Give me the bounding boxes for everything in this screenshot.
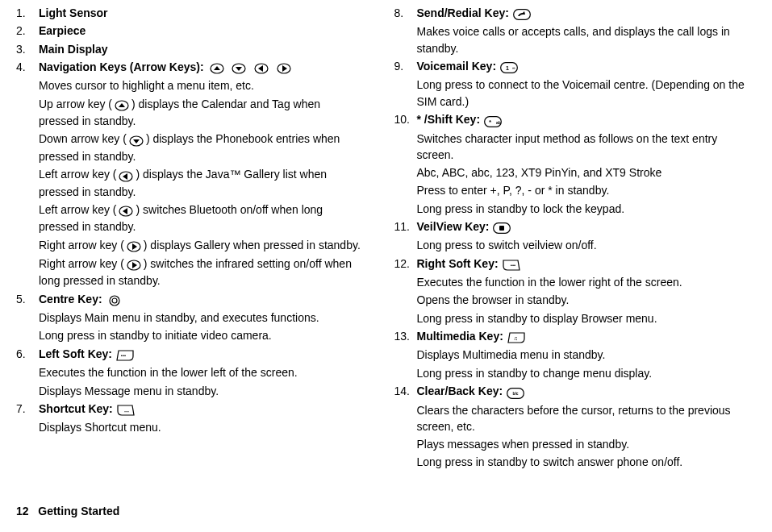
- description-line: Executes the function in the lower left …: [39, 364, 364, 380]
- item-body: Clear/Back Key: b/c Clears the character…: [417, 383, 757, 472]
- item-title: * /Shift Key: *ab: [417, 111, 757, 128]
- item-number: 11.: [394, 218, 417, 256]
- item-body: VeilView Key: Long press to switch veilv…: [417, 218, 757, 256]
- page-content: 1. Light Sensor 2. Earpiece 3. Main Disp…: [0, 0, 772, 500]
- list-item: 7. Shortcut Key: ⋯ Displays Shortcut men…: [16, 401, 364, 438]
- column-right: 8. Send/Redial Key: Makes voice calls or…: [386, 5, 757, 500]
- nav-down-icon: [127, 132, 145, 148]
- item-title: Light Sensor: [39, 5, 364, 21]
- veilview-key-icon: [493, 219, 511, 235]
- list-item: 5. Centre Key: Displays Main menu in sta…: [16, 291, 364, 346]
- text-fragment: Right arrow key (: [39, 257, 124, 270]
- item-number: 1.: [16, 5, 39, 23]
- item-number: 12.: [394, 256, 417, 328]
- item-title: Voicemail Key: 1∞: [417, 58, 757, 75]
- item-number: 14.: [394, 383, 417, 472]
- nav-down-icon: [230, 60, 248, 76]
- item-number: 9.: [394, 58, 417, 111]
- item-title: Shortcut Key: ⋯: [39, 401, 364, 418]
- item-number: 3.: [16, 41, 39, 59]
- list-item: 8. Send/Redial Key: Makes voice calls or…: [394, 5, 757, 58]
- description-line: Displays Multimedia menu in standby.: [417, 347, 757, 363]
- item-body: Send/Redial Key: Makes voice calls or ac…: [417, 5, 757, 58]
- item-number: 8.: [394, 5, 417, 58]
- text-fragment: Right arrow key (: [39, 239, 124, 251]
- svg-text:⋯: ⋯: [124, 409, 129, 414]
- list-item: 11. VeilView Key: Long press to switch v…: [394, 218, 757, 256]
- description-line: Long press to connect to the Voicemail c…: [417, 77, 757, 110]
- item-body: Shortcut Key: ⋯ Displays Shortcut menu.: [39, 401, 364, 438]
- description-line: Long press in standby to switch answer p…: [417, 454, 757, 470]
- description-line: Long press in standby to lock the keypad…: [417, 201, 757, 217]
- list-item: 3. Main Display: [16, 41, 364, 59]
- text-fragment: Down arrow key (: [39, 132, 127, 145]
- nav-right-icon: [275, 60, 293, 76]
- svg-text:ab: ab: [496, 120, 501, 125]
- svg-rect-22: [499, 226, 504, 231]
- item-number: 5.: [16, 291, 39, 346]
- nav-left-icon: [117, 202, 135, 218]
- centre-key-icon: [106, 292, 123, 308]
- item-title: Clear/Back Key: b/c: [417, 383, 757, 400]
- page-number: 12: [16, 505, 29, 517]
- text-fragment: ) displays Gallery when pressed in stand…: [144, 239, 361, 251]
- item-title: Centre Key:: [39, 291, 364, 308]
- description-line: Down arrow key () displays the Phonebook…: [39, 131, 364, 164]
- nav-up-icon: [113, 97, 131, 113]
- description-line: Long press in standby to initiate video …: [39, 327, 364, 343]
- description-line: Displays Message menu in standby.: [39, 383, 364, 399]
- description-line: Plays messages when pressed in standby.: [417, 436, 757, 452]
- description-line: Up arrow key () displays the Calendar an…: [39, 96, 364, 130]
- nav-up-icon: [208, 60, 226, 76]
- svg-text:b/c: b/c: [512, 391, 518, 396]
- shift-key-icon: *ab: [484, 112, 502, 128]
- item-title: Left Soft Key: •••: [39, 346, 364, 363]
- text-fragment: Left arrow key (: [39, 168, 116, 181]
- item-body: Left Soft Key: ••• Executes the function…: [39, 346, 364, 401]
- description-line: Right arrow key () displays Gallery when…: [39, 237, 364, 254]
- item-body: Light Sensor: [39, 5, 364, 23]
- list-item: 14. Clear/Back Key: b/c Clears the chara…: [394, 383, 757, 472]
- item-body: Right Soft Key: ••• Executes the functio…: [417, 256, 757, 328]
- item-body: Navigation Keys (Arrow Keys): Moves curs…: [39, 59, 364, 291]
- text-fragment: Left arrow key (: [39, 203, 116, 216]
- list-item: 2. Earpiece: [16, 23, 364, 40]
- svg-text:•••: •••: [121, 353, 126, 358]
- description-line: Long press in standby to change menu dis…: [417, 365, 757, 381]
- svg-text:♫: ♫: [513, 335, 517, 341]
- list-item: 4. Navigation Keys (Arrow Keys): Moves c…: [16, 59, 364, 291]
- right-soft-key-icon: •••: [503, 256, 520, 272]
- item-title: Multimedia Key: ♫: [417, 328, 757, 345]
- list-item: 13. Multimedia Key: ♫ Displays Multimedi…: [394, 328, 757, 383]
- item-title: Main Display: [39, 41, 364, 57]
- description-line: Makes voice calls or accepts calls, and …: [417, 23, 757, 56]
- item-number: 2.: [16, 23, 39, 40]
- text-fragment: Up arrow key (: [39, 98, 112, 110]
- description-line: Press to enter +, P, ?, - or * in standb…: [417, 182, 757, 198]
- left-soft-key-icon: •••: [116, 347, 134, 363]
- shortcut-key-icon: ⋯: [117, 401, 135, 418]
- item-title: VeilView Key:: [417, 218, 757, 235]
- item-title: Earpiece: [39, 23, 364, 39]
- list-item: 6. Left Soft Key: ••• Executes the funct…: [16, 346, 364, 401]
- item-number: 10.: [394, 111, 417, 218]
- multimedia-key-icon: ♫: [507, 329, 525, 345]
- item-body: Centre Key: Displays Main menu in standb…: [39, 291, 364, 346]
- item-title: Send/Redial Key:: [417, 5, 757, 22]
- item-number: 7.: [16, 401, 39, 438]
- item-number: 13.: [394, 328, 417, 383]
- item-title: Right Soft Key: •••: [417, 256, 757, 272]
- list-item: 10. * /Shift Key: *ab Switches character…: [394, 111, 757, 218]
- svg-text:•••: •••: [510, 263, 515, 268]
- voicemail-key-icon: 1∞: [500, 59, 518, 75]
- send-key-icon: [513, 6, 531, 22]
- list-item: 1. Light Sensor: [16, 5, 364, 23]
- item-body: Voicemail Key: 1∞ Long press to connect …: [417, 58, 757, 111]
- item-number: 6.: [16, 346, 39, 401]
- description-line: Clears the characters before the cursor,…: [417, 402, 757, 435]
- svg-point-11: [112, 298, 117, 303]
- description-line: Moves cursor to highlight a menu item, e…: [39, 77, 364, 94]
- list-item: 9. Voicemail Key: 1∞ Long press to conne…: [394, 58, 757, 111]
- item-body: Multimedia Key: ♫ Displays Multimedia me…: [417, 328, 757, 383]
- list-item: 12. Right Soft Key: ••• Executes the fun…: [394, 256, 757, 328]
